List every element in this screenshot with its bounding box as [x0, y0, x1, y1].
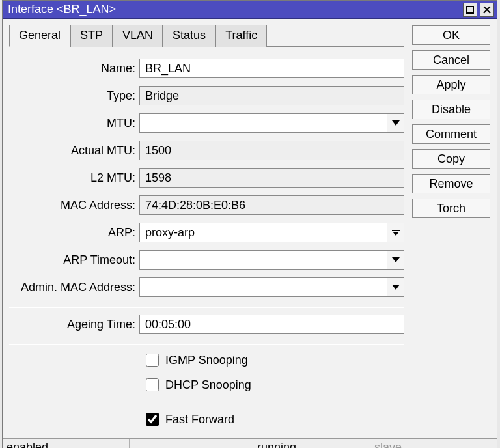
window-controls	[463, 3, 494, 17]
mtu-input[interactable]	[139, 113, 387, 133]
type-value: Bridge	[139, 86, 404, 105]
button-column: OK Cancel Apply Disable Comment Copy Rem…	[412, 24, 490, 436]
divider	[9, 344, 404, 345]
mac-label: MAC Address:	[9, 199, 139, 212]
arp-timeout-label: ARP Timeout:	[9, 253, 139, 267]
l2-mtu-value: 1598	[139, 168, 404, 188]
actual-mtu-label: Actual MTU:	[9, 144, 139, 158]
actual-mtu-value: 1500	[139, 141, 404, 160]
window-body: General STP VLAN Status Traffic Name: Ty…	[3, 19, 497, 438]
name-label: Name:	[9, 62, 139, 76]
disable-button[interactable]: Disable	[412, 100, 490, 119]
general-form: Name: Type: Bridge MTU:	[9, 51, 404, 428]
igmp-snooping-checkbox[interactable]	[146, 354, 159, 367]
svg-rect-0	[467, 7, 473, 13]
fast-forward-label: Fast Forward	[165, 413, 234, 427]
status-enabled: enabled	[3, 439, 130, 448]
tab-strip: General STP VLAN Status Traffic	[9, 25, 404, 47]
igmp-snooping-label: IGMP Snooping	[165, 354, 248, 367]
status-bar: enabled running slave	[3, 438, 497, 448]
titlebar[interactable]: Interface <BR_LAN>	[3, 1, 497, 19]
remove-button[interactable]: Remove	[412, 174, 490, 193]
mac-value: 74:4D:28:0B:E0:B6	[139, 195, 404, 215]
dhcp-snooping-label: DHCP Snooping	[165, 378, 251, 392]
fast-forward-row: Fast Forward	[143, 411, 404, 428]
l2-mtu-label: L2 MTU:	[9, 171, 139, 185]
dhcp-snooping-row: DHCP Snooping	[143, 376, 404, 393]
tab-status[interactable]: Status	[163, 25, 215, 47]
ageing-input[interactable]	[139, 315, 404, 334]
cancel-button[interactable]: Cancel	[412, 50, 490, 70]
status-running: running	[253, 439, 370, 448]
divider	[9, 404, 404, 404]
tab-stp[interactable]: STP	[70, 25, 113, 47]
apply-button[interactable]: Apply	[412, 75, 490, 94]
copy-button[interactable]: Copy	[412, 149, 490, 169]
mtu-dropdown-icon[interactable]	[387, 113, 404, 133]
comment-button[interactable]: Comment	[412, 124, 490, 144]
interface-window: Interface <BR_LAN> General STP VLAN Stat…	[2, 0, 497, 448]
arp-label: ARP:	[9, 226, 139, 240]
tab-vlan[interactable]: VLAN	[113, 25, 163, 47]
window-title: Interface <BR_LAN>	[8, 3, 463, 16]
arp-select[interactable]	[139, 223, 387, 242]
maximize-icon[interactable]	[463, 3, 477, 17]
admin-mac-input[interactable]	[139, 277, 387, 297]
divider	[9, 307, 404, 308]
left-panel: General STP VLAN Status Traffic Name: Ty…	[9, 24, 404, 436]
name-input[interactable]	[139, 59, 404, 78]
admin-mac-label: Admin. MAC Address:	[9, 281, 139, 294]
ok-button[interactable]: OK	[412, 25, 490, 45]
admin-mac-dropdown-icon[interactable]	[387, 277, 404, 297]
igmp-snooping-row: IGMP Snooping	[143, 352, 404, 369]
status-blank	[130, 439, 253, 448]
torch-button[interactable]: Torch	[412, 199, 490, 218]
dhcp-snooping-checkbox[interactable]	[146, 378, 159, 391]
arp-dropdown-icon[interactable]	[387, 223, 404, 242]
arp-timeout-dropdown-icon[interactable]	[387, 250, 404, 270]
tab-general[interactable]: General	[9, 25, 70, 47]
mtu-label: MTU:	[9, 117, 139, 130]
arp-timeout-input[interactable]	[139, 250, 387, 270]
fast-forward-checkbox[interactable]	[146, 413, 159, 426]
ageing-label: Ageing Time:	[9, 318, 139, 331]
tab-traffic[interactable]: Traffic	[215, 25, 267, 47]
close-icon[interactable]	[480, 3, 494, 17]
type-label: Type:	[9, 89, 139, 103]
status-slave: slave	[370, 439, 497, 448]
